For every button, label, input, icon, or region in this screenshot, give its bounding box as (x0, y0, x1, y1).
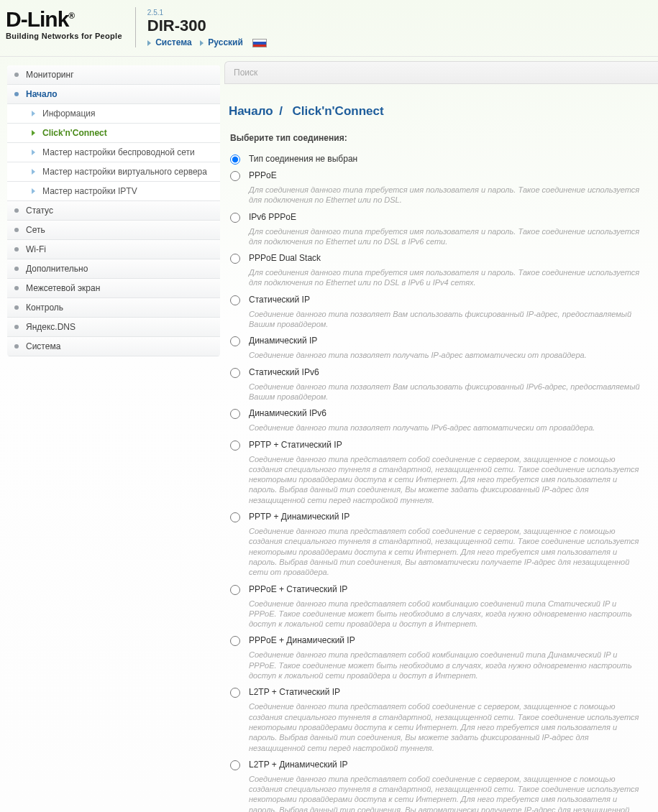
nav-label: Межсетевой экран (26, 283, 100, 293)
chevron-right-icon (32, 111, 35, 116)
page-breadcrumb: Начало / Click'n'Connect (229, 104, 645, 119)
chevron-right-icon (32, 149, 35, 155)
header-breadcrumb: Система Русский (147, 37, 267, 47)
crumb-language[interactable]: Русский (208, 37, 243, 47)
connection-radio[interactable] (230, 760, 240, 770)
sidebar: МониторингНачалоИнформацияClick'n'Connec… (0, 57, 224, 812)
chevron-right-icon (32, 130, 35, 136)
connection-radio[interactable] (230, 688, 240, 698)
nav-tree: МониторингНачалоИнформацияClick'n'Connec… (7, 65, 220, 356)
connection-radio[interactable] (230, 636, 240, 646)
connection-option: PPPoE + Динамический IP (230, 633, 645, 648)
connection-description: Соединение данного типа представляет соб… (249, 701, 645, 752)
connection-description: Соединение данного типа позволяет получа… (249, 350, 645, 360)
connection-label[interactable]: PPTP + Динамический IP (249, 512, 645, 522)
connection-radio[interactable] (230, 171, 240, 181)
nav-subitem[interactable]: Мастер настройки виртуального сервера (7, 162, 220, 182)
connection-radio[interactable] (230, 440, 240, 451)
bullet-icon (14, 344, 19, 349)
model-name: DIR-300 (147, 17, 267, 35)
connection-radio[interactable] (230, 512, 240, 522)
connection-radio[interactable] (230, 409, 240, 419)
connection-label[interactable]: Динамический IPv6 (249, 408, 645, 418)
nav-label: Информация (42, 109, 95, 119)
connection-radio[interactable] (230, 213, 240, 223)
bullet-icon (14, 267, 19, 271)
connection-option: Тип соединения не выбран (230, 152, 645, 167)
connection-label[interactable]: Статический IP (249, 295, 645, 305)
connection-radio[interactable] (230, 368, 240, 378)
nav-item[interactable]: Дополнительно (7, 259, 220, 279)
nav-item[interactable]: Сеть (7, 221, 220, 240)
connection-option: L2TP + Динамический IP (230, 757, 645, 772)
nav-item[interactable]: Яндекс.DNS (7, 318, 220, 337)
search-bar (224, 61, 658, 84)
connection-label[interactable]: L2TP + Динамический IP (249, 760, 645, 770)
connection-description: Соединение данного типа позволяет получа… (249, 423, 645, 433)
connection-label[interactable]: L2TP + Статический IP (249, 687, 645, 697)
connection-label[interactable]: IPv6 PPPoE (249, 212, 645, 222)
nav-subitem[interactable]: Мастер настройки беспроводной сети (7, 143, 220, 162)
nav-label: Wi-Fi (26, 244, 46, 254)
triangle-icon (147, 40, 151, 46)
connection-label[interactable]: Статический IPv6 (249, 367, 645, 377)
connection-label[interactable]: PPPoE + Динамический IP (249, 635, 645, 645)
connection-label[interactable]: PPPoE + Статический IP (249, 584, 645, 594)
logo-slogan: Building Networks for People (6, 32, 122, 40)
bullet-icon (14, 305, 19, 310)
nav-label: Начало (26, 89, 57, 99)
connection-description: Соединение данного типа позволяет Вам ис… (249, 309, 645, 330)
connection-type-list: Тип соединения не выбранPPPoEДля соедине… (229, 152, 645, 812)
nav-subitem[interactable]: Информация (7, 104, 220, 124)
nav-label: Мониторинг (26, 70, 74, 80)
connection-radio[interactable] (230, 254, 240, 264)
logo: D-Link® Building Networks for People (6, 7, 122, 40)
flag-russia-icon[interactable] (252, 39, 267, 47)
connection-option: Статический IPv6 (230, 365, 645, 380)
nav-label: Сеть (26, 225, 45, 235)
nav-label: Мастер настройки IPTV (42, 186, 137, 196)
connection-radio[interactable] (230, 336, 240, 346)
connection-radio[interactable] (230, 154, 240, 165)
nav-label: Система (26, 341, 60, 351)
nav-label: Дополнительно (26, 264, 88, 274)
crumb-system[interactable]: Система (155, 37, 192, 47)
connection-label[interactable]: PPPoE Dual Stack (249, 253, 645, 263)
nav-subitem[interactable]: Click'n'Connect (7, 124, 220, 143)
nav-item[interactable]: Система (7, 337, 220, 356)
content-area: Начало / Click'n'Connect Выберите тип со… (224, 57, 658, 812)
bullet-icon (14, 208, 19, 213)
connection-label[interactable]: Динамический IP (249, 336, 645, 346)
nav-label: Мастер настройки беспроводной сети (42, 147, 195, 157)
connection-option: PPPoE (230, 168, 645, 183)
connection-description: Соединение данного типа позволяет Вам ис… (249, 382, 645, 402)
chevron-right-icon (32, 188, 35, 194)
nav-item[interactable]: Статус (7, 201, 220, 221)
crumb-root[interactable]: Начало (229, 104, 273, 118)
connection-radio[interactable] (230, 585, 240, 595)
search-input[interactable] (225, 63, 658, 82)
connection-description: Соединение данного типа представляет соб… (249, 454, 645, 505)
firmware-version: 2.5.1 (147, 9, 267, 17)
connection-description: Для соединения данного типа требуется им… (249, 185, 645, 206)
triangle-icon (200, 40, 204, 46)
connection-option: PPPoE Dual Stack (230, 251, 645, 266)
nav-label: Контроль (26, 303, 63, 313)
nav-item[interactable]: Начало (7, 85, 220, 104)
connection-label[interactable]: Тип соединения не выбран (249, 154, 645, 164)
nav-label: Мастер настройки виртуального сервера (42, 167, 207, 177)
connection-radio[interactable] (230, 295, 240, 305)
nav-item[interactable]: Контроль (7, 298, 220, 318)
nav-item[interactable]: Wi-Fi (7, 240, 220, 259)
connection-option: L2TP + Статический IP (230, 685, 645, 700)
nav-item[interactable]: Мониторинг (7, 65, 220, 85)
section-subtitle: Выберите тип соединения: (230, 133, 645, 143)
connection-label[interactable]: PPPoE (249, 170, 645, 180)
bullet-icon (14, 73, 19, 77)
nav-label: Яндекс.DNS (26, 322, 76, 332)
nav-item[interactable]: Межсетевой экран (7, 279, 220, 298)
bullet-icon (14, 325, 19, 329)
connection-label[interactable]: PPTP + Статический IP (249, 440, 645, 450)
bullet-icon (14, 228, 19, 232)
nav-subitem[interactable]: Мастер настройки IPTV (7, 182, 220, 201)
